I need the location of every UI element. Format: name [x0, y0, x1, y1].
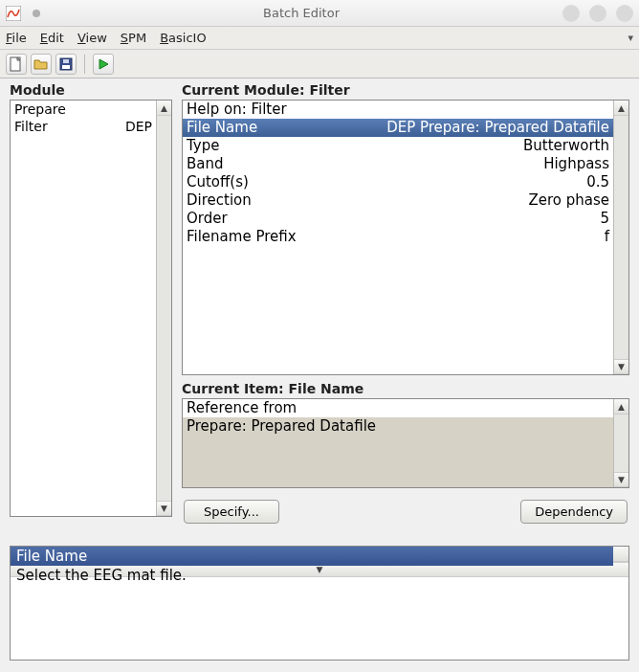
- open-folder-icon: [33, 57, 49, 71]
- param-label: Direction: [187, 191, 252, 210]
- new-file-icon: [10, 56, 23, 72]
- param-value: Zero phase: [528, 191, 609, 210]
- window-controls: [562, 5, 633, 22]
- param-label: File Name: [187, 119, 257, 137]
- param-label: Band: [187, 155, 224, 173]
- menu-basicio[interactable]: BasicIO: [160, 31, 207, 45]
- specify-button[interactable]: Specify...: [184, 500, 279, 524]
- titlebar: Batch Editor: [0, 0, 639, 27]
- close-button[interactable]: [616, 5, 633, 22]
- window-title: Batch Editor: [40, 6, 562, 20]
- app-icon: [6, 6, 21, 21]
- module-pane-header: Module: [10, 82, 172, 100]
- current-item-row[interactable]: Reference from: [183, 399, 613, 417]
- param-row[interactable]: File NameDEP Prepare: Prepared Datafile: [183, 119, 613, 137]
- scroll-down-icon[interactable]: ▼: [614, 359, 628, 374]
- param-value: DEP Prepare: Prepared Datafile: [386, 119, 609, 137]
- scrollbar[interactable]: ▲ ▼: [613, 101, 628, 374]
- param-row[interactable]: Cutoff(s)0.5: [183, 173, 613, 191]
- menu-file[interactable]: File: [6, 31, 27, 45]
- param-row[interactable]: Order5: [183, 210, 613, 228]
- param-label: Type: [187, 137, 219, 155]
- scroll-up-icon[interactable]: ▲: [614, 101, 628, 116]
- param-value: Butterworth: [523, 137, 609, 155]
- param-label: Cutoff(s): [187, 173, 249, 191]
- window-dot: [33, 10, 40, 17]
- param-label: Help on: Filter: [187, 101, 287, 119]
- button-row: Specify... Dependency: [182, 500, 629, 524]
- module-row[interactable]: Filter DEP: [11, 118, 156, 135]
- menu-spm[interactable]: SPM: [121, 31, 146, 45]
- help-panel: File Name Select the EEG mat file. ▲ ▼: [10, 546, 629, 661]
- module-list[interactable]: Prepare Filter DEP ▲ ▼: [10, 100, 172, 517]
- toolbar-separator: [84, 55, 85, 74]
- help-title: File Name: [11, 547, 613, 566]
- current-item-row[interactable]: Prepare: Prepared Datafile: [183, 417, 613, 436]
- param-value: f: [605, 228, 609, 246]
- current-item-list[interactable]: Reference fromPrepare: Prepared Datafile…: [182, 398, 629, 488]
- param-row[interactable]: Filename Prefixf: [183, 228, 613, 246]
- menubar-overflow-icon[interactable]: ▾: [628, 32, 633, 44]
- open-button[interactable]: [31, 54, 52, 75]
- module-row[interactable]: Prepare: [11, 101, 156, 118]
- param-row[interactable]: DirectionZero phase: [183, 191, 613, 210]
- param-value: 5: [600, 210, 609, 228]
- menu-view[interactable]: View: [77, 31, 107, 45]
- current-item-header: Current Item: File Name: [182, 381, 629, 398]
- param-label: Filename Prefix: [187, 228, 297, 246]
- module-row-label: Filter: [14, 119, 48, 134]
- svg-rect-4: [63, 59, 69, 63]
- run-button[interactable]: [93, 54, 114, 75]
- toolbar: [0, 50, 639, 78]
- new-button[interactable]: [6, 54, 27, 75]
- scrollbar[interactable]: ▲ ▼: [156, 101, 171, 516]
- param-row[interactable]: BandHighpass: [183, 155, 613, 173]
- menu-edit[interactable]: Edit: [40, 31, 64, 45]
- run-play-icon: [97, 57, 110, 71]
- param-row[interactable]: Help on: Filter: [183, 101, 613, 119]
- save-floppy-icon: [59, 57, 73, 71]
- param-value: 0.5: [586, 173, 609, 191]
- minimize-button[interactable]: [562, 5, 580, 22]
- dependency-button[interactable]: Dependency: [520, 500, 628, 524]
- scroll-down-icon[interactable]: ▼: [157, 501, 171, 516]
- scroll-down-icon[interactable]: ▼: [614, 472, 628, 487]
- svg-rect-3: [62, 65, 70, 69]
- module-row-tag: DEP: [125, 119, 152, 134]
- module-row-label: Prepare: [14, 101, 66, 117]
- param-label: Order: [187, 210, 228, 228]
- scroll-up-icon[interactable]: ▲: [614, 399, 628, 414]
- scrollbar[interactable]: ▲ ▼: [613, 399, 628, 487]
- menubar: File Edit View SPM BasicIO ▾: [0, 27, 639, 50]
- current-module-header: Current Module: Filter: [182, 82, 629, 100]
- param-value: Highpass: [543, 155, 609, 173]
- scroll-up-icon[interactable]: ▲: [157, 101, 171, 116]
- param-row[interactable]: TypeButterworth: [183, 137, 613, 155]
- save-button[interactable]: [55, 54, 77, 75]
- maximize-button[interactable]: [589, 5, 606, 22]
- current-module-list[interactable]: Help on: FilterFile NameDEP Prepare: Pre…: [182, 100, 629, 375]
- help-body: Select the EEG mat file.: [11, 566, 613, 585]
